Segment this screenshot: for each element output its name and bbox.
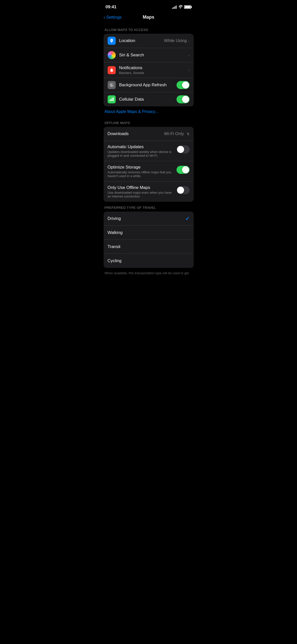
location-value: While Using xyxy=(164,38,187,43)
notifications-subtitle: Banners, Sounds xyxy=(119,71,188,75)
cellular-data-icon xyxy=(108,95,116,103)
nav-bar: ‹ Settings Maps xyxy=(100,13,198,24)
downloads-right: Wi-Fi Only ⇅ xyxy=(164,131,189,136)
cellular-data-toggle[interactable] xyxy=(177,95,190,103)
driving-title: Driving xyxy=(108,216,185,221)
driving-row[interactable]: Driving ✓ xyxy=(104,212,194,226)
downloads-row[interactable]: Downloads Wi-Fi Only ⇅ xyxy=(104,127,194,141)
auto-updates-knob xyxy=(177,146,184,153)
optimize-storage-knob xyxy=(182,166,189,173)
optimize-storage-title: Optimize Storage xyxy=(108,165,174,170)
location-title: Location xyxy=(119,38,164,43)
notifications-title: Notifications xyxy=(119,65,188,70)
background-refresh-row: Background App Refresh xyxy=(104,78,194,92)
driving-checkmark-icon: ✓ xyxy=(185,216,190,222)
wifi-icon xyxy=(178,5,183,9)
svg-point-0 xyxy=(111,85,112,86)
downloads-title: Downloads xyxy=(108,131,164,136)
svg-rect-2 xyxy=(111,99,111,101)
transit-title: Transit xyxy=(108,244,190,249)
background-refresh-title: Background App Refresh xyxy=(119,83,177,88)
status-icons xyxy=(172,5,192,9)
cycling-row[interactable]: Cycling xyxy=(104,254,194,268)
battery-icon xyxy=(184,5,192,9)
back-button[interactable]: ‹ Settings xyxy=(104,15,122,20)
notifications-row[interactable]: Notifications Banners, Sounds › xyxy=(104,62,194,78)
signal-icon xyxy=(172,5,177,9)
page-title: Maps xyxy=(143,15,154,20)
siri-chevron-icon: › xyxy=(188,53,190,57)
back-chevron-icon: ‹ xyxy=(104,14,105,20)
background-refresh-icon xyxy=(108,81,116,89)
walking-title: Walking xyxy=(108,230,190,235)
svg-rect-4 xyxy=(113,97,114,101)
only-offline-subtitle: Use downloaded maps even when you have a… xyxy=(108,191,174,198)
travel-type-card: Driving ✓ Walking Transit Cycling xyxy=(104,212,194,268)
auto-updates-row: Automatic Updates Updates downloaded wee… xyxy=(104,141,194,161)
svg-rect-1 xyxy=(109,100,110,101)
only-offline-knob xyxy=(177,187,184,194)
location-icon xyxy=(108,37,116,45)
privacy-link[interactable]: About Apple Maps & Privacy... xyxy=(100,106,198,117)
offline-maps-section-label: OFFLINE MAPS xyxy=(100,117,198,127)
status-bar: 09:41 xyxy=(100,0,198,13)
allow-access-section-label: ALLOW MAPS TO ACCESS xyxy=(100,24,198,34)
location-chevron-icon: › xyxy=(188,39,190,43)
location-right: While Using › xyxy=(164,38,190,43)
optimize-storage-row: Optimize Storage Automatically removes o… xyxy=(104,161,194,182)
siri-icon xyxy=(108,51,116,59)
transit-row[interactable]: Transit xyxy=(104,240,194,254)
optimize-storage-toggle[interactable] xyxy=(177,166,190,174)
only-offline-title: Only Use Offline Maps xyxy=(108,185,174,190)
travel-footer-note: When available, this transportation type… xyxy=(100,268,198,277)
auto-updates-subtitle: Updates downloaded weekly when device is… xyxy=(108,150,174,157)
siri-title: Siri & Search xyxy=(119,53,188,58)
status-time: 09:41 xyxy=(106,5,116,10)
background-refresh-toggle[interactable] xyxy=(177,81,190,89)
cellular-data-title: Cellular Data xyxy=(119,97,177,102)
travel-type-section-label: PREFERRED TYPE OF TRAVEL xyxy=(100,202,198,212)
location-row[interactable]: Location While Using › xyxy=(104,34,194,48)
svg-rect-3 xyxy=(112,98,112,101)
siri-row[interactable]: Siri & Search › xyxy=(104,48,194,62)
background-refresh-knob xyxy=(182,82,189,89)
siri-right: › xyxy=(188,53,190,57)
notifications-right: › xyxy=(188,68,190,72)
cellular-data-knob xyxy=(182,96,189,103)
optimize-storage-subtitle: Automatically removes offline maps that … xyxy=(108,170,174,178)
only-offline-row: Only Use Offline Maps Use downloaded map… xyxy=(104,182,194,202)
offline-maps-card: Downloads Wi-Fi Only ⇅ Automatic Updates… xyxy=(104,127,194,202)
auto-updates-toggle[interactable] xyxy=(177,145,190,153)
notifications-chevron-icon: › xyxy=(188,68,190,72)
back-label: Settings xyxy=(106,15,121,20)
auto-updates-title: Automatic Updates xyxy=(108,144,174,149)
walking-row[interactable]: Walking xyxy=(104,226,194,240)
cellular-data-row: Cellular Data xyxy=(104,92,194,106)
allow-access-card: Location While Using › Siri & Search › N… xyxy=(104,34,194,106)
downloads-value: Wi-Fi Only xyxy=(164,131,184,136)
notifications-icon xyxy=(108,66,116,74)
only-offline-toggle[interactable] xyxy=(177,186,190,194)
updown-icon: ⇅ xyxy=(187,132,190,136)
cycling-title: Cycling xyxy=(108,258,190,263)
